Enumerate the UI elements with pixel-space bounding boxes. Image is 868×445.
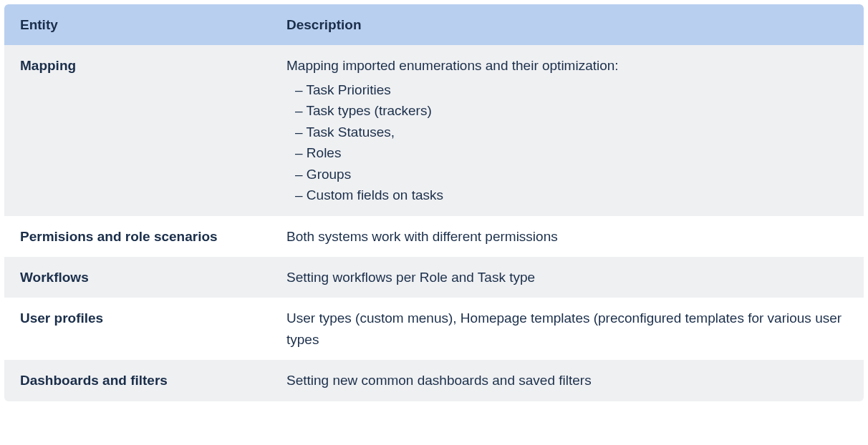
description-text: Setting new common dashboards and saved … xyxy=(286,370,848,391)
table-row: Mapping Mapping imported enumerations an… xyxy=(4,45,864,215)
description-intro: Mapping imported enumerations and their … xyxy=(286,55,848,76)
description-cell: User types (custom menus), Homepage temp… xyxy=(271,298,864,360)
entity-cell: Workflows xyxy=(4,257,271,298)
description-text: User types (custom menus), Homepage temp… xyxy=(286,308,848,350)
description-cell: Setting workflows per Role and Task type xyxy=(271,257,864,298)
description-cell: Both systems work with different permiss… xyxy=(271,216,864,257)
entity-cell: Permisions and role scenarios xyxy=(4,216,271,257)
entity-cell: User profiles xyxy=(4,298,271,360)
table-row: Dashboards and filters Setting new commo… xyxy=(4,360,864,401)
list-item: Task Priorities xyxy=(286,79,848,100)
entity-label: Permisions and role scenarios xyxy=(20,229,218,244)
description-text: Setting workflows per Role and Task type xyxy=(286,267,848,288)
table-row: User profiles User types (custom menus),… xyxy=(4,298,864,360)
entity-label: User profiles xyxy=(20,310,103,326)
list-item: Task types (trackers) xyxy=(286,100,848,121)
header-entity: Entity xyxy=(4,4,271,45)
table-header-row: Entity Description xyxy=(4,4,864,45)
list-item: Custom fields on tasks xyxy=(286,185,848,205)
entity-label: Dashboards and filters xyxy=(20,373,168,388)
description-text: Both systems work with different permiss… xyxy=(286,226,848,247)
entity-label: Workflows xyxy=(20,270,89,285)
entity-cell: Dashboards and filters xyxy=(4,360,271,401)
table-row: Workflows Setting workflows per Role and… xyxy=(4,257,864,298)
table-row: Permisions and role scenarios Both syste… xyxy=(4,216,864,257)
description-cell: Setting new common dashboards and saved … xyxy=(271,360,864,401)
list-item: Task Statuses, xyxy=(286,122,848,142)
description-list: Task Priorities Task types (trackers) Ta… xyxy=(286,79,848,206)
description-cell: Mapping imported enumerations and their … xyxy=(271,45,864,215)
list-item: Roles xyxy=(286,142,848,163)
entity-cell: Mapping xyxy=(4,45,271,215)
entity-description-table: Entity Description Mapping Mapping impor… xyxy=(4,4,864,401)
list-item: Groups xyxy=(286,164,848,185)
header-description: Description xyxy=(271,4,864,45)
entity-label: Mapping xyxy=(20,58,76,73)
